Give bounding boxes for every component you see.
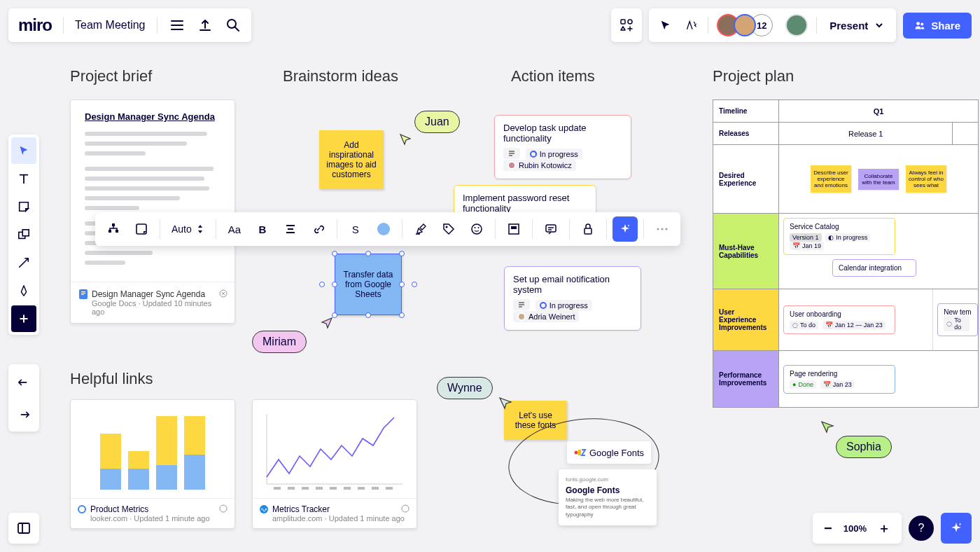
plan-card[interactable]: Service Catalog Version 1 ◐ In progress … (783, 218, 895, 255)
link-title: Product Metrics (90, 504, 148, 514)
ctx-font[interactable]: Aa (222, 216, 247, 242)
plan-card[interactable]: Calendar integration (832, 259, 916, 277)
gfonts-logo-card[interactable]: Google Fonts (567, 441, 651, 464)
present-button[interactable]: Present (825, 20, 888, 32)
ai-assist-button[interactable] (941, 513, 972, 544)
text-tool[interactable] (11, 165, 36, 192)
line-tool[interactable] (11, 249, 36, 276)
link-card-metrics[interactable]: Product Metrics looker.com · Updated 1 m… (70, 399, 235, 529)
project-plan-grid[interactable]: Timeline Q1 Releases Release 1 Desired E… (713, 99, 979, 408)
mini-sticky[interactable]: Always feel in control of who sees what (906, 165, 946, 193)
add-tool[interactable] (11, 305, 36, 332)
panel-toggle-button[interactable] (8, 513, 39, 544)
cursor-label-juan: Juan (414, 111, 460, 133)
search-icon[interactable] (225, 17, 241, 34)
ctx-ai-button[interactable] (612, 216, 638, 242)
cursor-icon[interactable] (657, 17, 674, 34)
action-card-1[interactable]: Develop task update functionality In pro… (494, 115, 631, 179)
mini-sticky[interactable]: Collaborate with the team (858, 169, 899, 190)
resize-handle[interactable] (332, 282, 337, 287)
action-title: Set up email notification system (513, 274, 632, 295)
resize-handle[interactable] (365, 251, 371, 256)
plan-card[interactable]: User onboarding ◌ To do 📅 Jan 12 — Jan 2… (783, 305, 895, 334)
ctx-bold[interactable]: B (250, 216, 275, 242)
avatar-self[interactable] (785, 14, 808, 36)
pen-tool[interactable] (11, 277, 36, 304)
line-chart (253, 400, 416, 498)
plan-card[interactable]: Page rendering ● Done 📅 Jan 23 (783, 365, 895, 394)
redo-button[interactable] (11, 401, 36, 427)
divider (157, 17, 158, 34)
zoom-in-button[interactable]: ＋ (878, 520, 890, 537)
upload-icon[interactable] (197, 17, 214, 34)
action-title: Implement password reset functionality (463, 193, 587, 214)
select-tool[interactable] (11, 137, 36, 164)
ctx-link-icon[interactable] (306, 216, 331, 242)
hamburger-icon[interactable] (169, 17, 186, 34)
section-title-brainstorm: Brainstorm ideas (283, 67, 398, 85)
apps-button[interactable] (611, 8, 642, 42)
gfonts-title: Google Fonts (566, 485, 650, 495)
expand-icon[interactable] (401, 504, 410, 513)
plan-row-label: Must-Have Capabilities (713, 214, 779, 289)
resize-handle[interactable] (365, 312, 371, 318)
link-title: Metrics Tracker (272, 504, 330, 514)
ctx-align-icon[interactable] (278, 216, 303, 242)
svg-rect-11 (81, 294, 84, 295)
svg-point-28 (657, 228, 659, 230)
action-card-3[interactable]: Set up email notification system In prog… (504, 266, 641, 331)
plan-header-releases: Releases (713, 123, 779, 144)
ctx-layout-icon[interactable] (501, 216, 526, 242)
board-title[interactable]: Team Meeting (75, 19, 146, 32)
bottom-right-cluster: − 100% ＋ ? (813, 513, 972, 544)
resize-handle[interactable] (399, 312, 405, 318)
side-handle[interactable] (319, 282, 325, 287)
present-label: Present (830, 20, 868, 32)
avatar[interactable] (734, 14, 756, 36)
reactions-icon[interactable] (682, 17, 699, 34)
sticky-tool[interactable] (11, 193, 36, 220)
ctx-comment-icon[interactable] (538, 216, 564, 242)
resize-handle[interactable] (332, 251, 337, 256)
resize-handle[interactable] (399, 282, 405, 287)
plan-card[interactable]: New tem ◌ To do (937, 303, 977, 336)
svg-point-14 (540, 303, 546, 308)
ctx-emoji-icon[interactable] (464, 216, 489, 242)
undo-button[interactable] (11, 368, 36, 395)
gfonts-icon (574, 448, 587, 457)
zoom-out-button[interactable]: − (824, 520, 832, 537)
help-button[interactable]: ? (909, 516, 934, 541)
miro-logo[interactable]: miro (18, 15, 52, 35)
ctx-lock-icon[interactable] (575, 216, 601, 242)
sticky-inspire[interactable]: Add inspirational images to aid customer… (319, 130, 384, 189)
ctx-size[interactable]: S (343, 216, 368, 242)
expand-icon[interactable] (219, 289, 227, 298)
doc-card[interactable]: Design Manager Sync Agenda Design Manage… (70, 99, 235, 324)
mini-sticky[interactable]: Describe user experience and emotions (811, 165, 851, 193)
cursor-pointer-icon (498, 396, 514, 412)
shape-tool[interactable] (11, 221, 36, 248)
doc-card-footer: Design Manager Sync Agenda Google Docs ·… (71, 282, 234, 323)
context-toolbar: Auto Aa B S (95, 212, 680, 246)
chip-assignee: Adria Weinert (513, 311, 579, 322)
ctx-more-icon[interactable] (650, 216, 675, 242)
ctx-tag-icon[interactable] (436, 216, 461, 242)
ctx-color-picker[interactable] (371, 216, 396, 242)
link-card-tracker[interactable]: Metrics Tracker amplitude.com · Updated … (252, 399, 417, 529)
zoom-level[interactable]: 100% (844, 523, 867, 534)
avatar-stack[interactable]: 12 (717, 14, 773, 36)
ctx-card-icon[interactable] (129, 216, 154, 242)
svg-point-30 (665, 228, 667, 230)
resize-handle[interactable] (399, 251, 405, 256)
side-handle[interactable] (412, 282, 417, 287)
svg-point-4 (920, 22, 923, 25)
ctx-hierarchy-icon[interactable] (101, 216, 126, 242)
ctx-auto-size[interactable]: Auto (166, 223, 210, 235)
share-button[interactable]: Share (903, 13, 972, 39)
expand-icon[interactable] (219, 504, 227, 513)
selection-handles (335, 254, 402, 315)
plan-header-timeline: Timeline (713, 100, 779, 122)
ctx-highlight-icon[interactable] (408, 216, 433, 242)
gfonts-preview-card[interactable]: fonts.google.com Google Fonts Making the… (559, 469, 657, 525)
svg-rect-6 (22, 230, 29, 236)
